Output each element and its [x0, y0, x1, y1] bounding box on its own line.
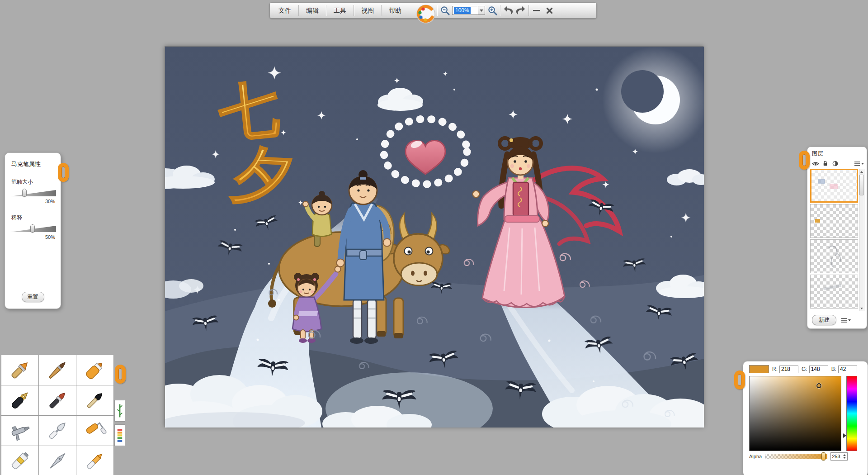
dilute-slider[interactable] — [10, 224, 56, 233]
brush-paint-tube[interactable] — [1, 446, 38, 475]
divider — [326, 5, 326, 16]
divider — [528, 5, 529, 16]
menu-edit[interactable]: 编辑 — [300, 3, 325, 18]
panel-clip-handle[interactable] — [734, 370, 745, 390]
close-button[interactable] — [543, 4, 556, 17]
layer-menu-button[interactable] — [854, 161, 864, 166]
hue-indicator — [843, 433, 846, 438]
dilute-label: 稀释 — [5, 204, 61, 224]
panel-clip-handle[interactable] — [58, 163, 69, 182]
zoom-in-button[interactable] — [486, 4, 499, 17]
color-picker-panel: R: G: B: Alpha — [743, 361, 868, 475]
drawing-canvas[interactable]: 七 夕 — [165, 46, 703, 427]
bamboo-brush-tab[interactable] — [114, 400, 125, 422]
layers-panel-title: 图层 — [807, 147, 867, 158]
layer-blend-icon[interactable] — [831, 160, 839, 167]
divider — [298, 5, 299, 16]
brush-crayon[interactable] — [76, 446, 113, 475]
layer-visibility-icon[interactable] — [811, 160, 819, 167]
color-set-tab[interactable] — [114, 424, 125, 446]
menu-file[interactable]: 文件 — [273, 3, 297, 18]
zoom-dropdown-button[interactable] — [478, 6, 485, 15]
chevron-down-icon — [480, 10, 483, 12]
alpha-gradient — [765, 454, 827, 459]
qixi-char-top: 七 — [215, 75, 283, 147]
menu-tools[interactable]: 工具 — [328, 3, 352, 18]
marker-panel-title: 马克笔属性 — [5, 153, 61, 168]
layer-item[interactable] — [810, 204, 858, 238]
brush-palette-knife[interactable] — [39, 416, 76, 446]
brush-size-label: 笔触大小 — [5, 168, 61, 189]
brush-category-strip — [114, 400, 125, 446]
paint-app-window: { "window": { "background": "#acacac" },… — [0, 0, 868, 475]
zoom-level-field[interactable]: 100% — [452, 6, 478, 15]
scrollbar-thumb[interactable] — [859, 175, 864, 195]
brush-metal-nib-pen[interactable] — [39, 446, 76, 475]
scroll-down-arrow[interactable] — [859, 306, 864, 311]
layer-list-scrollbar[interactable] — [859, 169, 864, 311]
app-logo-icon[interactable] — [414, 3, 438, 26]
redo-button[interactable] — [514, 4, 527, 17]
divider — [500, 5, 500, 16]
menu-help[interactable]: 帮助 — [383, 3, 407, 18]
value-gradient — [750, 376, 841, 451]
dilute-value: 50% — [5, 233, 61, 240]
b-value-field[interactable] — [838, 366, 857, 373]
chevron-down-icon — [861, 163, 864, 165]
divider — [381, 5, 382, 16]
saturation-value-picker[interactable] — [749, 376, 841, 451]
brush-fountain-pen[interactable] — [1, 385, 38, 415]
new-layer-button[interactable]: 新建 — [812, 315, 836, 325]
g-label: G: — [802, 366, 807, 372]
layer-item-selected[interactable] — [810, 169, 858, 203]
brush-picker-panel — [1, 355, 114, 475]
r-value-field[interactable] — [779, 366, 798, 373]
panel-clip-handle[interactable] — [799, 151, 810, 170]
g-value-field[interactable] — [809, 366, 828, 373]
brush-size-slider[interactable] — [10, 189, 56, 197]
b-label: B: — [831, 366, 836, 372]
alpha-slider[interactable] — [765, 454, 827, 459]
slider-knob[interactable] — [30, 224, 35, 233]
reset-button[interactable]: 重置 — [22, 292, 44, 302]
crescent-moon — [602, 47, 704, 153]
undo-button[interactable] — [502, 4, 514, 17]
menu-view[interactable]: 视图 — [355, 3, 380, 18]
zoom-level-value: 100% — [454, 7, 471, 14]
layer-item[interactable] — [810, 239, 858, 273]
divider — [354, 5, 354, 16]
alpha-knob[interactable] — [821, 452, 826, 461]
current-color-swatch — [749, 365, 769, 373]
top-toolbar: 文件 编辑 工具 视图 帮助 100% — [269, 2, 597, 19]
panel-clip-handle[interactable] — [115, 365, 126, 384]
layer-item[interactable] — [810, 275, 858, 309]
r-label: R: — [772, 366, 778, 372]
alpha-value-field[interactable] — [831, 454, 842, 459]
close-icon — [546, 7, 553, 14]
alpha-spinner[interactable] — [842, 454, 847, 459]
slider-track — [10, 190, 56, 196]
color-cursor[interactable] — [816, 383, 821, 388]
brush-paint-roller[interactable] — [76, 416, 113, 446]
brush-marker[interactable] — [76, 355, 113, 385]
minimize-icon — [533, 10, 540, 11]
alpha-label: Alpha — [749, 454, 762, 459]
brush-round-brush[interactable] — [39, 355, 76, 385]
slider-knob[interactable] — [22, 189, 27, 197]
scroll-up-arrow[interactable] — [859, 169, 864, 174]
brush-paint-brush[interactable] — [39, 385, 76, 415]
hue-slider[interactable] — [846, 376, 857, 451]
brush-flat-brush[interactable] — [1, 355, 38, 385]
zoom-out-button[interactable] — [439, 4, 451, 17]
layer-list — [810, 169, 859, 310]
marker-properties-panel: 马克笔属性 笔触大小 30% 稀释 50% 重置 — [5, 152, 61, 309]
minimize-button[interactable] — [530, 4, 543, 17]
chevron-down-icon — [848, 319, 851, 321]
brush-ink-brush[interactable] — [76, 385, 113, 415]
layer-options-button[interactable] — [841, 318, 851, 323]
brush-airbrush[interactable] — [1, 416, 38, 446]
qixi-char-bottom: 夕 — [228, 139, 294, 211]
layers-panel: 图层 — [807, 147, 867, 329]
brush-size-value: 30% — [5, 197, 61, 204]
layer-lock-icon[interactable] — [821, 160, 829, 167]
